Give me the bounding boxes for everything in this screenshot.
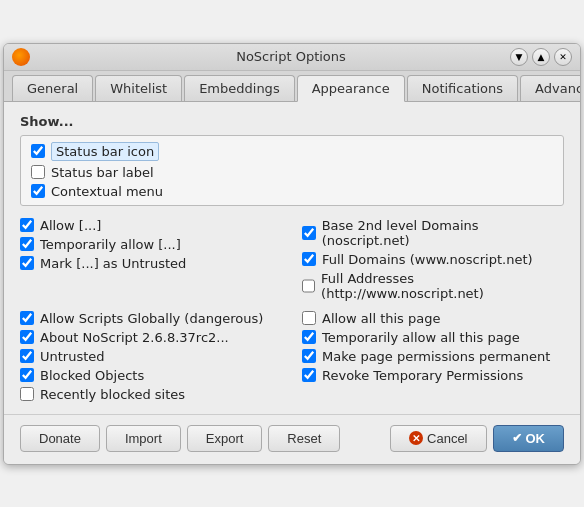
titlebar-controls: ▼ ▲ ✕ bbox=[510, 48, 572, 66]
tab-advanced[interactable]: Advanced bbox=[520, 75, 581, 101]
export-button[interactable]: Export bbox=[187, 425, 263, 452]
ok-label: OK bbox=[526, 431, 546, 446]
checkbox-row-status-bar-icon: Status bar icon bbox=[31, 142, 553, 161]
label-status-bar-label[interactable]: Status bar label bbox=[51, 165, 154, 180]
tab-embeddings[interactable]: Embeddings bbox=[184, 75, 295, 101]
label-about-noscript[interactable]: About NoScript 2.6.8.37rc2... bbox=[40, 330, 229, 345]
checkbox-temp-allow[interactable] bbox=[20, 237, 34, 251]
footer-right-buttons: ✕ Cancel ✔ OK bbox=[390, 425, 564, 452]
maximize-button[interactable]: ▲ bbox=[532, 48, 550, 66]
footer-left-buttons: Donate Import Export Reset bbox=[20, 425, 340, 452]
checkbox-row-allow-all-page: Allow all this page bbox=[302, 311, 564, 326]
checkbox-allow[interactable] bbox=[20, 218, 34, 232]
titlebar: NoScript Options ▼ ▲ ✕ bbox=[4, 44, 580, 71]
checkbox-row-full-addresses: Full Addresses (http://www.noscript.net) bbox=[302, 271, 564, 301]
tab-content: Show... Status bar icon Status bar label… bbox=[4, 102, 580, 414]
checkbox-row-temp-allow-all: Temporarily allow all this page bbox=[302, 330, 564, 345]
checkbox-temp-allow-all[interactable] bbox=[302, 330, 316, 344]
reset-button[interactable]: Reset bbox=[268, 425, 340, 452]
checkbox-allow-all-page[interactable] bbox=[302, 311, 316, 325]
tab-appearance[interactable]: Appearance bbox=[297, 75, 405, 102]
checkbox-make-permanent[interactable] bbox=[302, 349, 316, 363]
label-contextual-menu[interactable]: Contextual menu bbox=[51, 184, 163, 199]
label-temp-allow-all[interactable]: Temporarily allow all this page bbox=[322, 330, 520, 345]
label-allow-globally[interactable]: Allow Scripts Globally (dangerous) bbox=[40, 311, 263, 326]
label-status-bar-icon[interactable]: Status bar icon bbox=[51, 142, 159, 161]
checkbox-row-contextual-menu: Contextual menu bbox=[31, 184, 553, 199]
label-base-2nd[interactable]: Base 2nd level Domains (noscript.net) bbox=[322, 218, 564, 248]
label-full-addresses[interactable]: Full Addresses (http://www.noscript.net) bbox=[321, 271, 564, 301]
window-title: NoScript Options bbox=[72, 49, 510, 64]
ok-button[interactable]: ✔ OK bbox=[493, 425, 565, 452]
minimize-button[interactable]: ▼ bbox=[510, 48, 528, 66]
checkbox-row-untrusted: Untrusted bbox=[20, 349, 282, 364]
label-temp-allow[interactable]: Temporarily allow [...] bbox=[40, 237, 181, 252]
checkbox-revoke-temp[interactable] bbox=[302, 368, 316, 382]
checkbox-about-noscript[interactable] bbox=[20, 330, 34, 344]
checkbox-status-bar-icon[interactable] bbox=[31, 144, 45, 158]
checkbox-row-temp-allow: Temporarily allow [...] bbox=[20, 237, 282, 252]
cancel-button[interactable]: ✕ Cancel bbox=[390, 425, 486, 452]
ok-icon: ✔ bbox=[512, 431, 522, 445]
col-left2: Allow Scripts Globally (dangerous) About… bbox=[20, 311, 282, 402]
checkbox-row-allow: Allow [...] bbox=[20, 218, 282, 233]
show-label: Show... bbox=[20, 114, 564, 129]
label-make-permanent[interactable]: Make page permissions permanent bbox=[322, 349, 550, 364]
checkbox-row-blocked-objects: Blocked Objects bbox=[20, 368, 282, 383]
donate-button[interactable]: Donate bbox=[20, 425, 100, 452]
cancel-label: Cancel bbox=[427, 431, 467, 446]
checkbox-full-addresses[interactable] bbox=[302, 279, 315, 293]
label-untrusted[interactable]: Untrusted bbox=[40, 349, 105, 364]
close-button[interactable]: ✕ bbox=[554, 48, 572, 66]
label-allow-all-page[interactable]: Allow all this page bbox=[322, 311, 440, 326]
checkbox-full-domains[interactable] bbox=[302, 252, 316, 266]
checkbox-contextual-menu[interactable] bbox=[31, 184, 45, 198]
label-mark-untrusted[interactable]: Mark [...] as Untrusted bbox=[40, 256, 186, 271]
checkbox-row-recently-blocked: Recently blocked sites bbox=[20, 387, 282, 402]
label-blocked-objects[interactable]: Blocked Objects bbox=[40, 368, 144, 383]
checkbox-row-base-2nd: Base 2nd level Domains (noscript.net) bbox=[302, 218, 564, 248]
titlebar-left bbox=[12, 48, 72, 66]
tab-bar: General Whitelist Embeddings Appearance … bbox=[4, 71, 580, 102]
checkbox-row-mark-untrusted: Mark [...] as Untrusted bbox=[20, 256, 282, 271]
cancel-icon: ✕ bbox=[409, 431, 423, 445]
import-button[interactable]: Import bbox=[106, 425, 181, 452]
checkbox-row-allow-globally: Allow Scripts Globally (dangerous) bbox=[20, 311, 282, 326]
col-right: Base 2nd level Domains (noscript.net) Fu… bbox=[302, 218, 564, 301]
checkbox-blocked-objects[interactable] bbox=[20, 368, 34, 382]
firefox-icon bbox=[12, 48, 30, 66]
checkbox-mark-untrusted[interactable] bbox=[20, 256, 34, 270]
checkbox-row-status-bar-label: Status bar label bbox=[31, 165, 553, 180]
col-right2: Allow all this page Temporarily allow al… bbox=[302, 311, 564, 402]
label-full-domains[interactable]: Full Domains (www.noscript.net) bbox=[322, 252, 533, 267]
checkbox-base-2nd[interactable] bbox=[302, 226, 316, 240]
tab-general[interactable]: General bbox=[12, 75, 93, 101]
checkbox-allow-globally[interactable] bbox=[20, 311, 34, 325]
tab-whitelist[interactable]: Whitelist bbox=[95, 75, 182, 101]
show-options-box: Status bar icon Status bar label Context… bbox=[20, 135, 564, 206]
label-recently-blocked[interactable]: Recently blocked sites bbox=[40, 387, 185, 402]
col-left: Allow [...] Temporarily allow [...] Mark… bbox=[20, 218, 282, 301]
label-revoke-temp[interactable]: Revoke Temporary Permissions bbox=[322, 368, 523, 383]
checkbox-row-about-noscript: About NoScript 2.6.8.37rc2... bbox=[20, 330, 282, 345]
checkbox-row-full-domains: Full Domains (www.noscript.net) bbox=[302, 252, 564, 267]
checkbox-recently-blocked[interactable] bbox=[20, 387, 34, 401]
columns-section2: Allow [...] Temporarily allow [...] Mark… bbox=[20, 218, 564, 301]
label-allow[interactable]: Allow [...] bbox=[40, 218, 101, 233]
main-window: NoScript Options ▼ ▲ ✕ General Whitelist… bbox=[3, 43, 581, 465]
footer: Donate Import Export Reset ✕ Cancel ✔ OK bbox=[4, 414, 580, 464]
checkbox-untrusted[interactable] bbox=[20, 349, 34, 363]
columns-section3: Allow Scripts Globally (dangerous) About… bbox=[20, 311, 564, 402]
checkbox-row-revoke-temp: Revoke Temporary Permissions bbox=[302, 368, 564, 383]
tab-notifications[interactable]: Notifications bbox=[407, 75, 518, 101]
checkbox-status-bar-label[interactable] bbox=[31, 165, 45, 179]
checkbox-row-make-permanent: Make page permissions permanent bbox=[302, 349, 564, 364]
